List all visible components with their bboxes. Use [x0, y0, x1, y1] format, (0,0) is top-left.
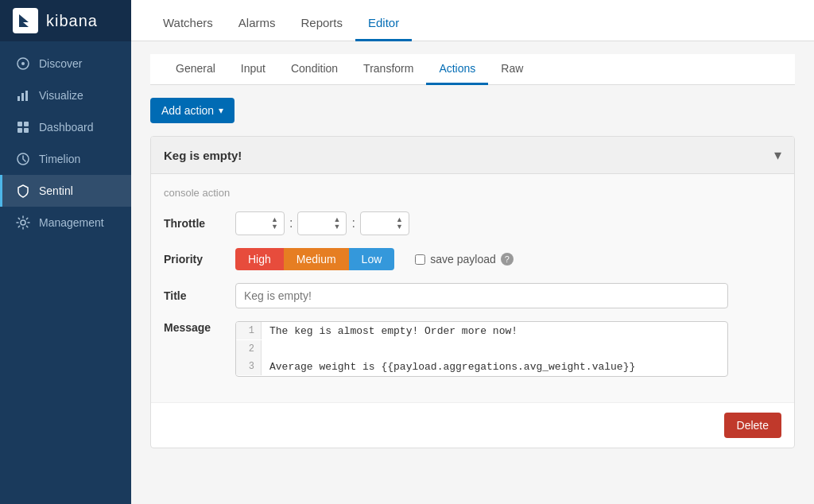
tab-input[interactable]: Input [228, 54, 278, 85]
throttle-minutes-spinners: ▲ ▼ [331, 216, 342, 231]
line-number-1: 1 [236, 322, 262, 339]
throttle-hours-spinners: ▲ ▼ [269, 216, 280, 231]
sidebar: kibana Discover Visualize Dashboard Tim [0, 0, 131, 504]
throttle-seconds-down[interactable]: ▼ [394, 223, 405, 231]
message-row: Message 1 The keg is almost empty! Order… [164, 321, 781, 377]
priority-controls: High Medium Low save payload ? [235, 248, 514, 270]
throttle-seconds-field[interactable]: 0 [364, 217, 393, 230]
discover-icon [15, 56, 31, 72]
sidebar-item-sentinl[interactable]: Sentinl [0, 175, 131, 207]
action-card-title: Keg is empty! [164, 149, 242, 162]
title-input[interactable]: Keg is empty! [235, 283, 728, 308]
code-line-1: 1 The keg is almost empty! Order more no… [236, 322, 727, 340]
code-editor[interactable]: 1 The keg is almost empty! Order more no… [235, 321, 728, 377]
title-row: Title Keg is empty! [164, 283, 781, 308]
throttle-row: Throttle 24 ▲ ▼ : 0 [164, 211, 781, 235]
message-area: 1 The keg is almost empty! Order more no… [235, 321, 728, 377]
svg-rect-3 [21, 93, 24, 101]
line-number-2: 2 [236, 340, 262, 358]
colon-2: : [351, 216, 355, 231]
save-payload-group: save payload ? [415, 253, 514, 266]
top-nav-watchers[interactable]: Watchers [150, 6, 226, 41]
sidebar-nav: Discover Visualize Dashboard Timelion Se [0, 41, 131, 238]
throttle-label: Throttle [164, 217, 235, 230]
priority-group: High Medium Low [235, 248, 394, 270]
kibana-logo-icon [13, 8, 38, 33]
tab-transform[interactable]: Transform [351, 54, 426, 85]
top-nav-alarms[interactable]: Alarms [226, 6, 289, 41]
line-number-3: 3 [236, 358, 262, 375]
sidebar-item-discover[interactable]: Discover [0, 48, 131, 79]
sidebar-item-label-sentinl: Sentinl [39, 184, 73, 197]
title-form-label: Title [164, 289, 235, 302]
svg-point-1 [21, 62, 25, 65]
sidebar-item-label-visualize: Visualize [39, 89, 83, 102]
throttle-seconds-spinners: ▲ ▼ [394, 216, 405, 231]
top-nav-editor[interactable]: Editor [355, 6, 412, 41]
sidebar-logo: kibana [0, 0, 131, 41]
tab-actions[interactable]: Actions [426, 54, 488, 85]
sidebar-item-visualize[interactable]: Visualize [0, 79, 131, 111]
delete-button[interactable]: Delete [724, 413, 781, 438]
line-content-2 [262, 340, 277, 347]
timelion-icon [15, 151, 31, 167]
message-form-label: Message [164, 321, 235, 334]
throttle-controls: 24 ▲ ▼ : 0 ▲ ▼ [235, 211, 409, 235]
throttle-hours-input[interactable]: 24 ▲ ▼ [235, 211, 285, 235]
add-action-button[interactable]: Add action ▾ [150, 98, 235, 123]
top-nav-reports[interactable]: Reports [288, 6, 355, 41]
sidebar-logo-text: kibana [46, 12, 98, 30]
sentinl-icon [15, 183, 31, 199]
tab-condition[interactable]: Condition [278, 54, 351, 85]
action-card-body: console action Throttle 24 ▲ ▼ : [151, 174, 794, 402]
throttle-minutes-input[interactable]: 0 ▲ ▼ [297, 211, 347, 235]
sidebar-item-timelion[interactable]: Timelion [0, 143, 131, 175]
svg-rect-7 [17, 128, 22, 133]
action-card-header[interactable]: Keg is empty! [151, 137, 794, 174]
svg-rect-4 [25, 91, 28, 101]
sidebar-item-label-discover: Discover [39, 57, 82, 70]
dashboard-icon [15, 119, 31, 135]
sidebar-item-management[interactable]: Management [0, 207, 131, 238]
save-payload-checkbox[interactable] [415, 254, 425, 265]
add-action-label: Add action [161, 104, 214, 117]
toolbar: Add action ▾ [150, 98, 795, 123]
sidebar-item-label-dashboard: Dashboard [39, 121, 94, 134]
save-payload-label[interactable]: save payload [430, 253, 496, 266]
code-line-2: 2 [236, 340, 727, 358]
code-line-3: 3 Average weight is {{payload.aggregatio… [236, 358, 727, 376]
svg-rect-2 [17, 96, 20, 101]
svg-rect-8 [24, 128, 29, 133]
chevron-down-icon [774, 146, 781, 164]
svg-rect-5 [17, 122, 22, 126]
priority-medium-button[interactable]: Medium [284, 248, 349, 270]
throttle-seconds-input[interactable]: 0 ▲ ▼ [360, 211, 409, 235]
sidebar-item-label-timelion: Timelion [39, 153, 80, 165]
priority-low-button[interactable]: Low [349, 248, 395, 270]
content-area: General Input Condition Transform Action… [131, 41, 814, 504]
main-content: Watchers Alarms Reports Editor General I… [131, 0, 814, 504]
priority-high-button[interactable]: High [235, 248, 284, 270]
help-icon[interactable]: ? [501, 253, 514, 266]
throttle-minutes-down[interactable]: ▼ [331, 223, 342, 231]
throttle-hours-field[interactable]: 24 [239, 217, 268, 230]
console-action-label: console action [164, 187, 781, 199]
top-nav: Watchers Alarms Reports Editor [131, 0, 814, 41]
throttle-hours-down[interactable]: ▼ [269, 223, 280, 231]
action-card-footer: Delete [151, 402, 794, 448]
priority-label: Priority [164, 253, 235, 266]
action-card: Keg is empty! console action Throttle 24… [150, 136, 795, 448]
priority-row: Priority High Medium Low save payload ? [164, 248, 781, 270]
sidebar-item-dashboard[interactable]: Dashboard [0, 111, 131, 143]
dropdown-arrow-icon: ▾ [219, 105, 223, 116]
secondary-tabs: General Input Condition Transform Action… [150, 54, 795, 85]
colon-1: : [289, 216, 293, 231]
management-icon [15, 215, 31, 231]
sidebar-item-label-management: Management [39, 216, 104, 229]
visualize-icon [15, 87, 31, 103]
throttle-minutes-field[interactable]: 0 [301, 217, 330, 230]
line-content-1: The keg is almost empty! Order more now! [262, 322, 525, 340]
tab-general[interactable]: General [163, 54, 228, 85]
tab-raw[interactable]: Raw [488, 54, 536, 85]
line-content-3: Average weight is {{payload.aggregations… [262, 358, 643, 376]
